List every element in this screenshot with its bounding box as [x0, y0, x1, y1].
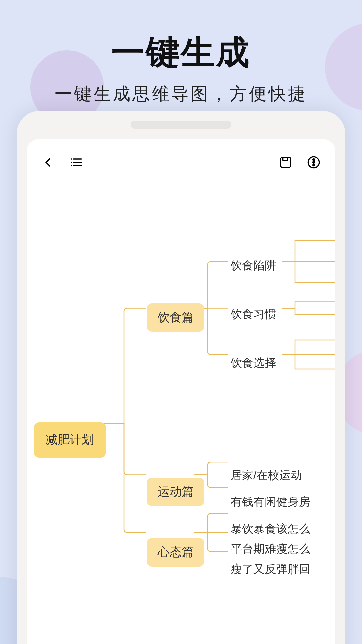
phone-screen: 减肥计划 饮食篇 运动篇 心态篇 饮食陷阱 饮食习惯 饮食选择 居家/在校运动 …	[27, 139, 335, 644]
svg-point-10	[313, 162, 315, 163]
more-menu-icon[interactable]	[307, 156, 320, 169]
promo-title: 一键生成	[0, 30, 362, 75]
mindmap-leaf-node[interactable]: 瘦了又反弹胖回	[231, 561, 310, 577]
svg-point-11	[313, 164, 315, 166]
mindmap-leaf-node[interactable]: 平台期难瘦怎么	[231, 541, 310, 557]
back-icon[interactable]	[42, 156, 55, 169]
mindmap-branch-node[interactable]: 饮食篇	[147, 303, 204, 332]
mindmap-leaf-node[interactable]: 暴饮暴食该怎么	[231, 521, 310, 537]
mindmap-branch-node[interactable]: 心态篇	[147, 538, 204, 567]
svg-point-9	[313, 159, 315, 160]
svg-rect-7	[283, 157, 287, 161]
mindmap-root-node[interactable]: 减肥计划	[34, 422, 106, 458]
svg-rect-6	[281, 157, 291, 167]
mindmap-leaf-node[interactable]: 饮食选择	[231, 355, 276, 371]
mindmap-leaf-node[interactable]: 饮食陷阱	[231, 258, 276, 273]
mindmap-leaf-node[interactable]: 居家/在校运动	[231, 468, 302, 483]
promo-subtitle: 一键生成思维导图，方便快捷	[0, 82, 362, 106]
save-icon[interactable]	[279, 156, 292, 169]
app-toolbar	[27, 139, 335, 182]
mindmap-leaf-node[interactable]: 有钱有闲健身房	[231, 494, 310, 510]
outline-list-icon[interactable]	[70, 156, 83, 169]
mindmap-branch-node[interactable]: 运动篇	[147, 478, 204, 506]
phone-notch	[131, 121, 231, 129]
mindmap-leaf-node[interactable]: 饮食习惯	[231, 307, 276, 322]
phone-mockup: 减肥计划 饮食篇 运动篇 心态篇 饮食陷阱 饮食习惯 饮食选择 居家/在校运动 …	[17, 111, 345, 644]
mindmap-canvas[interactable]: 减肥计划 饮食篇 运动篇 心态篇 饮食陷阱 饮食习惯 饮食选择 居家/在校运动 …	[27, 196, 335, 644]
